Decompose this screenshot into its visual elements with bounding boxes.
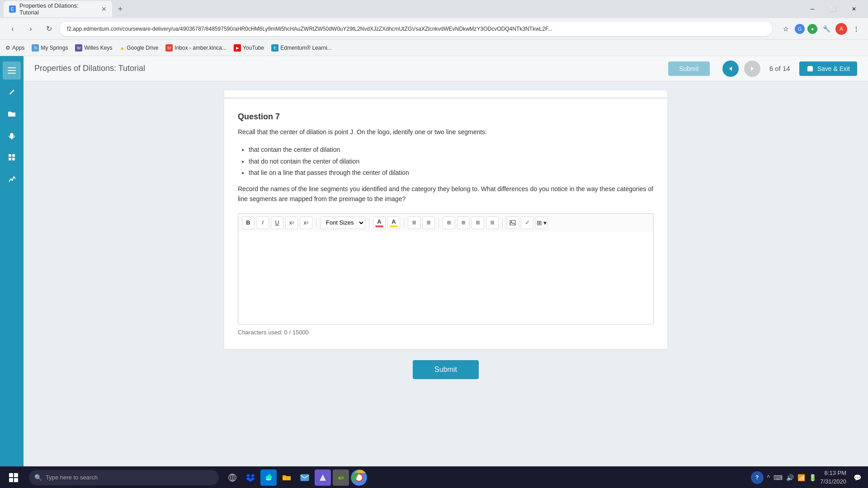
previous-page-button[interactable] xyxy=(722,61,739,77)
extension-icon-2[interactable]: ● xyxy=(807,24,817,34)
sidebar-edit-icon[interactable] xyxy=(3,83,21,101)
highlight-indicator xyxy=(390,225,398,227)
next-page-button[interactable] xyxy=(744,61,760,77)
submit-button-top[interactable]: Submit xyxy=(668,61,710,76)
address-input[interactable] xyxy=(60,22,772,36)
chevron-up-icon[interactable]: ^ xyxy=(767,474,770,481)
taskbar: 🔍 Type here to search ? ^ ⌨ 🔊 📶 xyxy=(0,466,868,488)
browser-toolbar-icons: ☆ G ● 🔧 A ⋮ xyxy=(779,23,863,35)
font-color-button[interactable]: A xyxy=(373,216,386,229)
taskbar-krita-icon[interactable] xyxy=(315,469,331,486)
task-view-button[interactable] xyxy=(224,469,241,486)
top-separator xyxy=(224,90,667,98)
record-prompt: Record the names of the line segments yo… xyxy=(238,184,654,204)
insert-image-button[interactable] xyxy=(506,216,519,229)
sidebar-grid-icon[interactable] xyxy=(3,148,21,166)
svg-rect-14 xyxy=(14,478,18,482)
taskbar-game-icon[interactable] xyxy=(333,469,349,486)
editor-content[interactable] xyxy=(244,237,648,319)
search-icon: 🔍 xyxy=(34,474,42,481)
font-size-select[interactable]: Font Sizes 8 10 12 14 16 18 24 xyxy=(320,216,365,229)
address-bar-row: ‹ › ↻ ☆ G ● 🔧 A ⋮ xyxy=(0,18,868,40)
extension-icon-1[interactable]: G xyxy=(795,24,805,34)
youtube-icon: ▶ xyxy=(234,44,241,52)
superscript-button[interactable]: x2 xyxy=(285,216,298,229)
sidebar-chart-icon[interactable] xyxy=(3,170,21,188)
bookmarks-bar: ⚙ Apps S My Springs W Willes Keys ▲ Goog… xyxy=(0,40,868,56)
bullet-list: that contain the center of dilation that… xyxy=(249,144,654,178)
volume-icon[interactable]: 🔊 xyxy=(786,474,794,481)
bookmark-googledrive[interactable]: ▲ Google Drive xyxy=(119,45,158,51)
content-area[interactable]: Question 7 Recall that the center of dil… xyxy=(24,81,868,488)
bookmark-inbox[interactable]: M Inbox - amber.kinca... xyxy=(165,44,226,52)
back-button[interactable]: ‹ xyxy=(5,22,20,36)
sidebar-audio-icon[interactable] xyxy=(3,127,21,145)
new-tab-button[interactable]: + xyxy=(114,3,127,15)
bookmark-edmentum[interactable]: E Edmentum® Learni... xyxy=(271,44,332,52)
bookmark-apps[interactable]: ⚙ Apps xyxy=(5,45,24,51)
editor-toolbar: B I U x2 x2 Font Sizes 8 10 12 14 16 18 … xyxy=(238,213,654,232)
maximize-button[interactable]: ⬜ xyxy=(823,2,844,16)
taskbar-chrome-icon[interactable] xyxy=(351,469,367,486)
italic-button[interactable]: I xyxy=(256,216,269,229)
sidebar-folder-icon[interactable] xyxy=(3,105,21,123)
toolbar-sep-2 xyxy=(369,218,369,227)
ordered-list-button[interactable]: ≡ xyxy=(422,216,435,229)
insert-table-button[interactable]: ⊞ ▾ xyxy=(535,216,548,229)
bookmark-apps-label: Apps xyxy=(12,45,24,51)
save-exit-button[interactable]: Save & Exit xyxy=(799,61,857,76)
apps-grid-icon: ⚙ xyxy=(5,45,10,51)
underline-button[interactable]: U xyxy=(271,216,283,229)
editor-area[interactable] xyxy=(238,232,654,324)
mysprings-icon: S xyxy=(32,44,39,52)
bold-button[interactable]: B xyxy=(242,216,255,229)
justify-button[interactable]: ≡ xyxy=(486,216,499,229)
forward-button[interactable]: › xyxy=(24,22,38,36)
taskbar-mail-icon[interactable] xyxy=(297,469,313,486)
system-tray-help-icon[interactable]: ? xyxy=(751,471,764,484)
taskbar-search[interactable]: 🔍 Type here to search xyxy=(29,470,219,485)
start-button[interactable] xyxy=(4,468,24,488)
search-placeholder: Type here to search xyxy=(46,474,98,481)
bookmark-willeskeys[interactable]: W Willes Keys xyxy=(75,44,112,52)
menu-button[interactable]: ⋮ xyxy=(850,23,863,35)
app-layout: Properties of Dilations: Tutorial Submit… xyxy=(0,56,868,488)
willeskeys-icon: W xyxy=(75,44,82,52)
submit-button-main[interactable]: Submit xyxy=(413,360,479,379)
close-button[interactable]: ✕ xyxy=(844,2,864,16)
refresh-button[interactable]: ↻ xyxy=(42,22,56,36)
highlight-color-button[interactable]: A xyxy=(387,216,400,229)
question-intro: Recall that the center of dilation is po… xyxy=(238,127,654,137)
taskbar-file-explorer-icon[interactable] xyxy=(278,469,295,486)
extensions-button[interactable]: 🔧 xyxy=(820,23,833,35)
unordered-list-button[interactable]: ≡ xyxy=(408,216,420,229)
notification-button[interactable]: 💬 xyxy=(850,469,864,487)
keyboard-icon[interactable]: ⌨ xyxy=(774,474,783,481)
taskbar-dropbox-icon[interactable] xyxy=(242,469,259,486)
battery-icon[interactable]: 🔋 xyxy=(809,474,816,481)
page-indicator: 6 of 14 xyxy=(769,65,790,72)
sidebar-menu-icon[interactable] xyxy=(3,61,21,80)
svg-rect-5 xyxy=(9,154,11,157)
subscript-button[interactable]: x2 xyxy=(300,216,312,229)
profile-icon[interactable]: A xyxy=(835,23,847,35)
align-left-button[interactable]: ≡ xyxy=(443,216,455,229)
bookmark-mysprings[interactable]: S My Springs xyxy=(32,44,68,52)
bullet-item-3: that lie on a line that passes through t… xyxy=(249,167,654,178)
bookmark-youtube-label: YouTube xyxy=(243,45,264,51)
minimize-button[interactable]: ─ xyxy=(802,2,823,16)
bookmark-star-icon[interactable]: ☆ xyxy=(779,23,792,35)
bookmark-youtube[interactable]: ▶ YouTube xyxy=(234,44,264,52)
taskbar-edge-icon[interactable] xyxy=(260,469,277,486)
tab-favicon: E xyxy=(9,5,16,13)
system-clock[interactable]: 8:13 PM 7/31/2020 xyxy=(820,469,846,485)
align-center-button[interactable]: ≡ xyxy=(457,216,470,229)
align-right-button[interactable]: ≡ xyxy=(472,216,484,229)
network-icon[interactable]: 📶 xyxy=(797,474,805,481)
clock-time: 8:13 PM xyxy=(820,469,846,477)
svg-rect-0 xyxy=(8,67,16,68)
active-tab[interactable]: E Properties of Dilations: Tutorial ✕ xyxy=(4,1,112,17)
bookmark-willeskeys-label: Willes Keys xyxy=(84,45,112,51)
tab-close-button[interactable]: ✕ xyxy=(101,5,107,13)
checkmark-button[interactable]: ✓ xyxy=(521,216,533,229)
